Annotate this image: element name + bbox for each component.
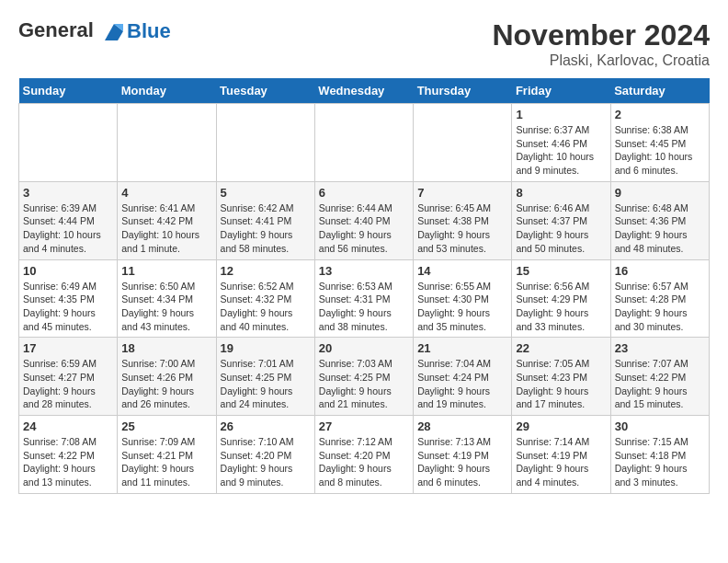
logo-text-blue: Blue [127, 19, 171, 43]
day-info: Sunrise: 6:50 AMSunset: 4:34 PMDaylight:… [121, 280, 211, 334]
day-number: 12 [221, 264, 311, 278]
calendar-cell: 27Sunrise: 7:12 AMSunset: 4:20 PMDayligh… [314, 416, 413, 494]
weekday-header: Wednesday [314, 78, 413, 104]
day-number: 10 [23, 264, 113, 278]
day-info: Sunrise: 7:05 AMSunset: 4:23 PMDaylight:… [516, 357, 606, 411]
day-info: Sunrise: 6:56 AMSunset: 4:29 PMDaylight:… [516, 280, 606, 334]
day-info: Sunrise: 7:03 AMSunset: 4:25 PMDaylight:… [319, 357, 409, 411]
day-info: Sunrise: 7:04 AMSunset: 4:24 PMDaylight:… [417, 357, 507, 411]
calendar-cell: 6Sunrise: 6:44 AMSunset: 4:40 PMDaylight… [314, 181, 413, 259]
day-number: 4 [121, 186, 211, 200]
calendar-cell: 2Sunrise: 6:38 AMSunset: 4:45 PMDaylight… [610, 104, 709, 182]
location: Plaski, Karlovac, Croatia [492, 52, 710, 69]
day-info: Sunrise: 6:42 AMSunset: 4:41 PMDaylight:… [221, 201, 311, 256]
day-info: Sunrise: 6:46 AMSunset: 4:37 PMDaylight:… [516, 201, 606, 256]
calendar-cell [19, 104, 118, 182]
day-info: Sunrise: 7:13 AMSunset: 4:19 PMDaylight:… [417, 435, 507, 489]
weekday-header: Saturday [610, 78, 709, 104]
day-info: Sunrise: 6:38 AMSunset: 4:45 PMDaylight:… [615, 123, 705, 178]
calendar-cell: 5Sunrise: 6:42 AMSunset: 4:41 PMDaylight… [216, 181, 314, 259]
day-number: 15 [516, 264, 606, 278]
calendar-cell: 8Sunrise: 6:46 AMSunset: 4:37 PMDaylight… [512, 181, 610, 259]
day-number: 6 [319, 186, 409, 200]
calendar-cell [118, 104, 216, 182]
weekday-header: Tuesday [216, 78, 314, 104]
calendar-cell: 10Sunrise: 6:49 AMSunset: 4:35 PMDayligh… [19, 259, 118, 338]
calendar-cell: 21Sunrise: 7:04 AMSunset: 4:24 PMDayligh… [414, 338, 512, 416]
calendar-cell: 12Sunrise: 6:52 AMSunset: 4:32 PMDayligh… [216, 259, 314, 338]
calendar-cell: 23Sunrise: 7:07 AMSunset: 4:22 PMDayligh… [610, 338, 709, 416]
calendar-cell: 17Sunrise: 6:59 AMSunset: 4:27 PMDayligh… [19, 338, 118, 416]
day-info: Sunrise: 6:39 AMSunset: 4:44 PMDaylight:… [23, 201, 113, 256]
day-info: Sunrise: 6:57 AMSunset: 4:28 PMDaylight:… [615, 280, 705, 334]
day-number: 19 [221, 341, 311, 355]
calendar-cell: 30Sunrise: 7:15 AMSunset: 4:18 PMDayligh… [610, 416, 709, 494]
weekday-header: Thursday [414, 78, 512, 104]
page-header: General Blue November 2024 Plaski, Karlo… [18, 18, 710, 69]
calendar-cell: 3Sunrise: 6:39 AMSunset: 4:44 PMDaylight… [19, 181, 118, 259]
day-number: 27 [319, 419, 409, 433]
weekday-header: Monday [118, 78, 216, 104]
day-info: Sunrise: 6:53 AMSunset: 4:31 PMDaylight:… [319, 280, 409, 334]
day-number: 5 [221, 186, 311, 200]
calendar-cell: 20Sunrise: 7:03 AMSunset: 4:25 PMDayligh… [314, 338, 413, 416]
day-info: Sunrise: 6:52 AMSunset: 4:32 PMDaylight:… [221, 280, 311, 334]
day-number: 11 [121, 264, 211, 278]
day-number: 23 [615, 341, 705, 355]
calendar-cell: 7Sunrise: 6:45 AMSunset: 4:38 PMDaylight… [414, 181, 512, 259]
day-info: Sunrise: 6:55 AMSunset: 4:30 PMDaylight:… [417, 280, 507, 334]
day-info: Sunrise: 6:49 AMSunset: 4:35 PMDaylight:… [23, 280, 113, 334]
day-info: Sunrise: 7:09 AMSunset: 4:21 PMDaylight:… [121, 435, 211, 489]
calendar-week-row: 10Sunrise: 6:49 AMSunset: 4:35 PMDayligh… [19, 259, 710, 338]
calendar-cell: 1Sunrise: 6:37 AMSunset: 4:46 PMDaylight… [512, 104, 610, 182]
calendar-cell: 22Sunrise: 7:05 AMSunset: 4:23 PMDayligh… [512, 338, 610, 416]
logo-icon [101, 18, 127, 44]
calendar-cell: 11Sunrise: 6:50 AMSunset: 4:34 PMDayligh… [118, 259, 216, 338]
day-info: Sunrise: 6:45 AMSunset: 4:38 PMDaylight:… [417, 201, 507, 256]
day-info: Sunrise: 7:12 AMSunset: 4:20 PMDaylight:… [319, 435, 409, 489]
calendar-cell: 28Sunrise: 7:13 AMSunset: 4:19 PMDayligh… [414, 416, 512, 494]
calendar-cell: 26Sunrise: 7:10 AMSunset: 4:20 PMDayligh… [216, 416, 314, 494]
day-number: 1 [516, 108, 606, 121]
day-info: Sunrise: 7:01 AMSunset: 4:25 PMDaylight:… [221, 357, 311, 411]
day-number: 8 [516, 186, 606, 200]
day-info: Sunrise: 7:08 AMSunset: 4:22 PMDaylight:… [23, 435, 113, 489]
day-info: Sunrise: 6:37 AMSunset: 4:46 PMDaylight:… [516, 123, 606, 178]
day-number: 25 [121, 419, 211, 433]
day-info: Sunrise: 6:41 AMSunset: 4:42 PMDaylight:… [121, 201, 211, 256]
day-number: 28 [417, 419, 507, 433]
day-info: Sunrise: 7:00 AMSunset: 4:26 PMDaylight:… [121, 357, 211, 411]
calendar-cell [216, 104, 314, 182]
day-info: Sunrise: 7:07 AMSunset: 4:22 PMDaylight:… [615, 357, 705, 411]
calendar-header-row: SundayMondayTuesdayWednesdayThursdayFrid… [19, 78, 710, 104]
calendar-table: SundayMondayTuesdayWednesdayThursdayFrid… [18, 78, 710, 494]
day-number: 13 [319, 264, 409, 278]
calendar-week-row: 17Sunrise: 6:59 AMSunset: 4:27 PMDayligh… [19, 338, 710, 416]
day-number: 21 [417, 341, 507, 355]
day-number: 3 [23, 186, 113, 200]
weekday-header: Sunday [19, 78, 118, 104]
logo-text-general: General [18, 18, 94, 41]
calendar-cell: 13Sunrise: 6:53 AMSunset: 4:31 PMDayligh… [314, 259, 413, 338]
month-title: November 2024 [492, 18, 710, 52]
calendar-cell: 18Sunrise: 7:00 AMSunset: 4:26 PMDayligh… [118, 338, 216, 416]
calendar-cell: 29Sunrise: 7:14 AMSunset: 4:19 PMDayligh… [512, 416, 610, 494]
day-number: 14 [417, 264, 507, 278]
calendar-cell [414, 104, 512, 182]
logo: General Blue [18, 18, 171, 44]
calendar-week-row: 24Sunrise: 7:08 AMSunset: 4:22 PMDayligh… [19, 416, 710, 494]
day-info: Sunrise: 7:15 AMSunset: 4:18 PMDaylight:… [615, 435, 705, 489]
calendar-cell: 14Sunrise: 6:55 AMSunset: 4:30 PMDayligh… [414, 259, 512, 338]
day-info: Sunrise: 7:10 AMSunset: 4:20 PMDaylight:… [221, 435, 311, 489]
day-number: 24 [23, 419, 113, 433]
calendar-week-row: 1Sunrise: 6:37 AMSunset: 4:46 PMDaylight… [19, 104, 710, 182]
day-number: 16 [615, 264, 705, 278]
calendar-cell: 16Sunrise: 6:57 AMSunset: 4:28 PMDayligh… [610, 259, 709, 338]
day-number: 30 [615, 419, 705, 433]
day-info: Sunrise: 6:59 AMSunset: 4:27 PMDaylight:… [23, 357, 113, 411]
day-number: 2 [615, 108, 705, 121]
calendar-cell [314, 104, 413, 182]
weekday-header: Friday [512, 78, 610, 104]
day-number: 22 [516, 341, 606, 355]
day-number: 18 [121, 341, 211, 355]
